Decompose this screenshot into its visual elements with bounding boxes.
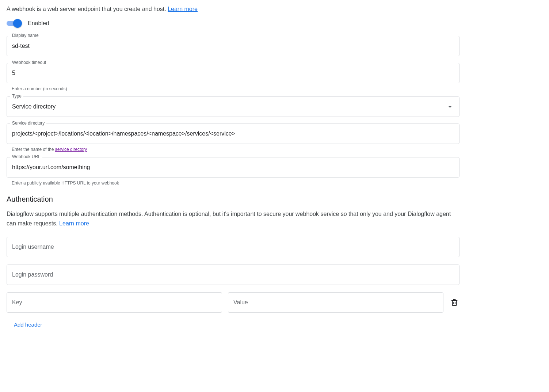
webhook-intro-text: A webhook is a web server endpoint that … <box>7 6 168 12</box>
webhook-url-field[interactable]: Webhook URL https://your.url.com/somethi… <box>7 157 460 178</box>
header-key-placeholder: Key <box>12 299 22 306</box>
service-directory-label: Service directory <box>10 121 46 126</box>
timeout-field[interactable]: Webhook timeout 5 <box>7 63 460 83</box>
timeout-helper: Enter a number (in seconds) <box>12 86 542 91</box>
trash-icon <box>450 298 458 307</box>
display-name-field[interactable]: Display name sd-test <box>7 36 460 56</box>
service-directory-link[interactable]: service directory <box>55 147 87 152</box>
webhook-url-helper: Enter a publicly available HTTPS URL to … <box>12 180 542 186</box>
webhook-url-label: Webhook URL <box>10 154 42 159</box>
auth-learn-more-link[interactable]: Learn more <box>59 220 89 227</box>
auth-description: Dialogflow supports multiple authenticat… <box>7 209 460 228</box>
sd-helper-prefix: Enter the name of the <box>12 147 55 152</box>
type-value: Service directory <box>12 103 56 110</box>
service-directory-value: projects/<project>/locations/<location>/… <box>12 130 235 137</box>
login-username-placeholder: Login username <box>12 244 54 250</box>
display-name-label: Display name <box>10 33 41 38</box>
header-value-field[interactable]: Value <box>228 292 443 313</box>
login-password-field[interactable]: Login password <box>7 264 460 285</box>
delete-header-button[interactable] <box>449 297 460 308</box>
chevron-down-icon <box>448 106 452 108</box>
enabled-label: Enabled <box>28 20 49 27</box>
service-directory-field[interactable]: Service directory projects/<project>/loc… <box>7 123 460 144</box>
add-header-button[interactable]: Add header <box>14 321 542 328</box>
header-kv-row: Key Value <box>7 292 460 313</box>
type-field[interactable]: Type Service directory <box>7 96 460 117</box>
login-password-placeholder: Login password <box>12 271 53 278</box>
display-name-value: sd-test <box>12 43 30 49</box>
enabled-toggle[interactable] <box>7 19 23 28</box>
timeout-value: 5 <box>12 70 15 76</box>
header-value-placeholder: Value <box>233 299 248 306</box>
timeout-label: Webhook timeout <box>10 60 48 65</box>
webhook-url-value: https://your.url.com/something <box>12 164 90 171</box>
header-key-field[interactable]: Key <box>7 292 222 313</box>
login-username-field[interactable]: Login username <box>7 237 460 257</box>
type-label: Type <box>10 94 23 99</box>
enabled-toggle-row: Enabled <box>7 19 542 28</box>
auth-heading: Authentication <box>7 195 542 203</box>
learn-more-link[interactable]: Learn more <box>168 6 198 12</box>
service-directory-helper: Enter the name of the service directory <box>12 147 542 152</box>
webhook-intro: A webhook is a web server endpoint that … <box>7 6 542 12</box>
